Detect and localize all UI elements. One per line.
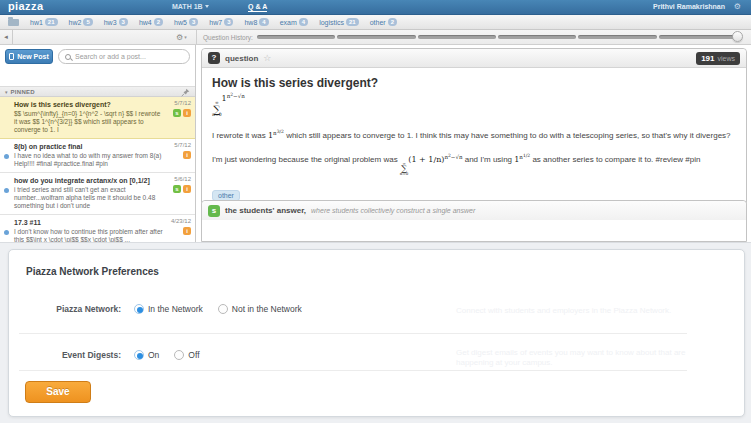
pinned-label: PINNED (11, 89, 35, 95)
feed-post-1[interactable]: How is this series divergent? $$ \sum^{\… (0, 97, 195, 139)
question-paragraph-2: I'm just wondering because the original … (212, 150, 736, 176)
option-digest-on[interactable]: On (134, 350, 159, 360)
question-formula: ∞∑n=01n2−√n (212, 92, 736, 117)
unread-dot (4, 188, 9, 193)
tab-qa[interactable]: Q & A (248, 3, 267, 12)
filter-tag-count: 3 (119, 18, 128, 26)
option-not-in-network[interactable]: Not in the Network (218, 304, 302, 314)
radio-selected-icon[interactable] (134, 350, 144, 360)
search-input[interactable] (75, 53, 183, 60)
filter-tag-label: hw2 (69, 19, 82, 26)
question-type-label: question (225, 54, 258, 63)
post-title: how do you integrate arctanx/x on [0,1/2… (14, 176, 165, 185)
preferences-overlay: Piazza Network Preferences Piazza Networ… (0, 242, 751, 423)
option-digest-off[interactable]: Off (174, 350, 199, 360)
filter-tag-count: 2 (388, 18, 397, 26)
students-answer-title: the students' answer, (225, 206, 306, 215)
instructor-answer-badge: i (183, 109, 191, 117)
question-paragraph-1: I rewrote it was 1n3/2 which still appea… (212, 126, 736, 141)
save-button[interactable]: Save (25, 381, 91, 403)
filter-tag-count: 3 (189, 18, 198, 26)
question-history-bar: Question History: (196, 30, 751, 44)
settings-gear-icon[interactable]: ⚙ (734, 2, 741, 11)
filter-tag-hw5[interactable]: hw53 (174, 18, 198, 26)
course-dropdown[interactable]: MATH 1B (172, 3, 209, 10)
filter-tag-hw4[interactable]: hw42 (139, 18, 163, 26)
filter-tag-logistics[interactable]: logistics21 (319, 18, 359, 26)
folder-filter-bar: hw121 hw25 hw33 hw42 hw53 hw73 hw84 exam… (0, 15, 751, 30)
post-snippet: $$ \sum^{\infty}_{n=0} 1^{n^2 - \sqrt n}… (14, 110, 165, 134)
radio-unselected-icon[interactable] (174, 350, 184, 360)
slider-segment (659, 35, 737, 39)
post-snippet: I don't know how to continue this proble… (14, 228, 165, 242)
unread-dot (4, 230, 9, 235)
feed-settings-dropdown[interactable]: ⚙▾ (176, 30, 187, 44)
filter-tag-hw8[interactable]: hw84 (244, 18, 268, 26)
option-in-network[interactable]: In the Network (134, 304, 203, 314)
instructor-answer-badge: i (183, 185, 191, 193)
post-feed-sidebar: New Post ▾ PINNED How is this series div… (0, 45, 196, 242)
sum-symbol: ∞∑n=0 (400, 162, 408, 176)
filter-tag-count: 3 (224, 18, 233, 26)
feed-post-4[interactable]: 17.3 #11 I don't know how to continue th… (0, 215, 195, 242)
question-pane: ? question ☆ 191views How is this series… (196, 45, 751, 242)
feed-post-2[interactable]: 8(b) on practice final I have no idea wh… (0, 139, 195, 173)
pinned-section-header[interactable]: ▾ PINNED (0, 86, 195, 97)
student-answer-badge: s (173, 185, 181, 193)
user-name[interactable]: Prithvi Ramakrishnan (653, 3, 725, 10)
favorite-star-icon[interactable]: ☆ (263, 53, 271, 63)
post-date: 5/7/12 (174, 100, 191, 106)
filter-tag-label: hw1 (30, 19, 43, 26)
radio-unselected-icon[interactable] (218, 304, 228, 314)
collapse-caret-icon: ▾ (5, 89, 8, 95)
post-date: 5/6/12 (174, 176, 191, 182)
filter-tag-hw1[interactable]: hw121 (30, 18, 58, 26)
unread-dot (4, 154, 9, 159)
back-arrow-button[interactable]: ◄ (0, 30, 13, 44)
piazza-logo: piazza (8, 0, 43, 12)
divider (19, 333, 687, 334)
views-badge: 191views (696, 52, 740, 65)
search-icon (65, 54, 71, 60)
post-date: 4/23/12 (171, 218, 191, 224)
filter-tag-count: 2 (154, 18, 163, 26)
event-digests-label: Event Digests: (26, 350, 121, 360)
piazza-app: piazza MATH 1B Q & A Prithvi Ramakrishna… (0, 0, 751, 423)
filter-tag-hw7[interactable]: hw73 (209, 18, 233, 26)
views-label: views (717, 55, 735, 62)
filter-tag-label: hw3 (104, 19, 117, 26)
filter-tag-label: exam (280, 19, 297, 26)
new-post-button[interactable]: New Post (5, 49, 53, 64)
filter-tag-exam[interactable]: exam4 (280, 18, 308, 26)
question-history-slider[interactable] (257, 35, 737, 39)
search-box[interactable] (58, 49, 190, 64)
students-answer-badge: s (208, 205, 220, 217)
filter-tag-hw2[interactable]: hw25 (69, 18, 93, 26)
feed-post-3[interactable]: how do you integrate arctanx/x on [0,1/2… (0, 173, 195, 215)
slider-segment (578, 35, 656, 39)
gear-icon: ⚙ (176, 33, 183, 42)
chevron-down-icon: ▾ (184, 34, 187, 40)
question-body: How is this series divergent? ∞∑n=01n2−√… (202, 68, 746, 202)
radio-selected-icon[interactable] (134, 304, 144, 314)
students-answer-subtitle: where students collectively construct a … (311, 207, 475, 214)
post-title: 17.3 #11 (14, 218, 165, 227)
students-answer-header[interactable]: s the students' answer, where students c… (202, 201, 746, 220)
filter-tag-label: other (370, 19, 386, 26)
instructor-answer-badge: i (183, 151, 191, 159)
piazza-network-label: Piazza Network: (26, 304, 121, 314)
sum-symbol: ∞∑n=0 (212, 101, 222, 117)
filter-tag-count: 5 (83, 18, 92, 26)
new-post-label: New Post (17, 53, 49, 60)
filter-tag-hw3[interactable]: hw33 (104, 18, 128, 26)
event-digests-row: Event Digests: On Off (26, 350, 215, 360)
filter-tag-count: 21 (45, 18, 58, 26)
post-snippet: I have no idea what to do with my answer… (14, 152, 165, 168)
slider-handle[interactable] (732, 31, 743, 42)
student-answer-badge: s (173, 109, 181, 117)
piazza-network-row: Piazza Network: In the Network Not in th… (26, 304, 317, 314)
course-name: MATH 1B (172, 3, 203, 10)
filter-tag-count: 4 (299, 18, 308, 26)
filter-tag-other[interactable]: other2 (370, 18, 397, 26)
filter-tag-label: logistics (319, 19, 344, 26)
